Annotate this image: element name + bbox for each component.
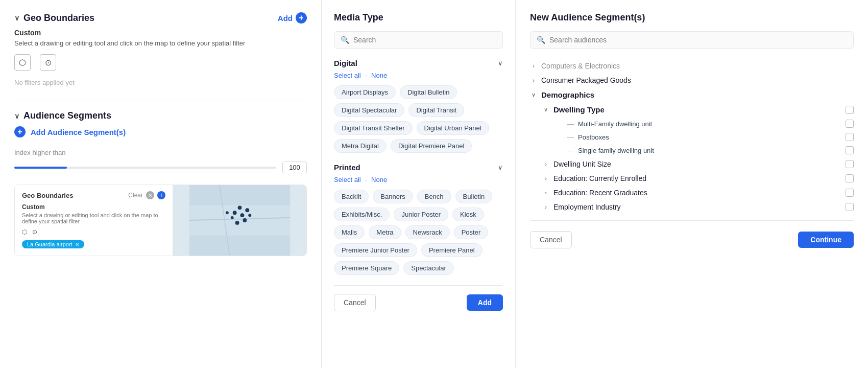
printed-tag[interactable]: Premiere Panel bbox=[421, 243, 483, 257]
media-add-button[interactable]: Add bbox=[467, 294, 503, 311]
tree-item-consumer[interactable]: › Consumer Packaged Goods bbox=[530, 73, 854, 87]
index-slider-row: 100 bbox=[14, 162, 307, 173]
add-audience-button[interactable]: + Add Audience Segment(s) bbox=[14, 126, 126, 137]
mini-add-icon[interactable]: + bbox=[157, 191, 165, 199]
svg-point-4 bbox=[233, 211, 237, 215]
svg-point-12 bbox=[248, 214, 251, 217]
single-family-checkbox[interactable] bbox=[846, 146, 854, 154]
dwelling-type-checkbox[interactable] bbox=[846, 106, 854, 114]
printed-tag[interactable]: Premiere Junior Poster bbox=[334, 243, 417, 257]
mini-map bbox=[173, 185, 306, 256]
mini-custom-label: Custom bbox=[22, 203, 165, 211]
printed-tag[interactable]: Malls bbox=[334, 225, 365, 239]
svg-point-10 bbox=[231, 216, 234, 219]
geo-add-button[interactable]: Add + bbox=[278, 12, 307, 24]
printed-tag[interactable]: Bench bbox=[417, 190, 451, 203]
digital-tag[interactable]: Metra Digital bbox=[334, 139, 387, 153]
audience-search-box[interactable]: 🔍 bbox=[530, 31, 854, 49]
media-search-box[interactable]: 🔍 bbox=[334, 31, 503, 49]
digital-tag[interactable]: Digital Spectacular bbox=[334, 103, 404, 117]
svg-point-7 bbox=[238, 206, 242, 210]
mini-card-header: Geo Boundaries Clear ✕ + bbox=[22, 191, 165, 199]
edu-enrolled-chevron-icon: › bbox=[542, 175, 549, 181]
tree-item-edu-graduates[interactable]: › Education: Recent Graduates bbox=[542, 186, 854, 200]
printed-select-all-link[interactable]: Select all bbox=[334, 176, 361, 183]
multi-family-checkbox[interactable] bbox=[846, 120, 854, 128]
no-filters-text: No filters applied yet bbox=[14, 79, 307, 86]
edu-enrolled-checkbox[interactable] bbox=[846, 174, 854, 182]
audience-cancel-button[interactable]: Cancel bbox=[530, 231, 572, 248]
mini-circle-icon: ⊙ bbox=[32, 228, 37, 236]
index-label: Index higher than bbox=[14, 149, 307, 156]
computers-chevron-icon: › bbox=[530, 63, 537, 69]
mini-custom-desc: Select a drawing or editing tool and cli… bbox=[22, 212, 165, 224]
single-family-label: Single family dwelling unit bbox=[578, 147, 654, 154]
sub-item-multi-family: — Multi-Family dwelling unit bbox=[542, 117, 854, 130]
multi-family-label: Multi-Family dwelling unit bbox=[578, 120, 652, 128]
tree-item-demographics[interactable]: ∨ Demographics bbox=[530, 87, 854, 102]
custom-label: Custom bbox=[14, 29, 307, 37]
dwelling-type-label: Dwelling Type bbox=[553, 105, 605, 114]
edu-graduates-checkbox[interactable] bbox=[846, 189, 854, 197]
tree-item-dwelling-type[interactable]: ∨ Dwelling Type bbox=[542, 102, 854, 117]
employment-checkbox[interactable] bbox=[846, 203, 854, 211]
mini-card-actions: Clear ✕ + bbox=[128, 191, 165, 199]
printed-separator: - bbox=[365, 176, 367, 183]
mini-x-icon[interactable]: ✕ bbox=[146, 191, 154, 199]
single-family-dash: — bbox=[567, 146, 574, 154]
geo-boundaries-content: Custom Select a drawing or editing tool … bbox=[14, 29, 307, 86]
printed-tag[interactable]: Exhibits/Misc. bbox=[334, 208, 390, 221]
tree-item-computers[interactable]: › Computers & Electronics bbox=[530, 59, 854, 73]
printed-tag[interactable]: Poster bbox=[454, 225, 489, 239]
demographics-label: Demographics bbox=[541, 90, 594, 99]
custom-desc: Select a drawing or editing tool and cli… bbox=[14, 39, 307, 48]
audience-chevron-icon: ∨ bbox=[14, 112, 19, 120]
digital-tag[interactable]: Digital Bulletin bbox=[400, 85, 457, 99]
tree-item-employment[interactable]: › Employment Industry bbox=[542, 200, 854, 214]
digital-tag[interactable]: Digital Urban Panel bbox=[417, 121, 489, 135]
printed-tags: BacklitBannersBenchBulletinExhibits/Misc… bbox=[334, 190, 503, 275]
digital-none-link[interactable]: None bbox=[371, 72, 387, 79]
printed-tag[interactable]: Metra bbox=[369, 225, 401, 239]
media-search-input[interactable] bbox=[353, 36, 496, 44]
dwelling-type-section: ∨ Dwelling Type — Multi-Family dwelling … bbox=[530, 102, 854, 214]
circle-tool-button[interactable]: ⊙ bbox=[40, 54, 56, 71]
digital-tag[interactable]: Digital Transit Shelter bbox=[334, 121, 413, 135]
tree-item-edu-enrolled[interactable]: › Education: Currently Enrolled bbox=[542, 171, 854, 186]
printed-tag[interactable]: Bulletin bbox=[455, 190, 493, 203]
postboxes-checkbox[interactable] bbox=[846, 133, 854, 141]
postboxes-label: Postboxes bbox=[578, 133, 609, 141]
digital-separator: - bbox=[365, 72, 367, 79]
svg-point-5 bbox=[240, 213, 244, 217]
audience-search-input[interactable] bbox=[549, 36, 847, 44]
printed-tag[interactable]: Spectacular bbox=[403, 261, 454, 275]
digital-tag[interactable]: Airport Displays bbox=[334, 85, 396, 99]
audience-panel-title: New Audience Segment(s) bbox=[530, 12, 854, 23]
printed-select-all-row: Select all - None bbox=[334, 176, 503, 183]
printed-tag[interactable]: Backlit bbox=[334, 190, 369, 203]
polygon-tool-button[interactable]: ⬡ bbox=[14, 54, 31, 71]
printed-tag[interactable]: Premiere Square bbox=[334, 261, 399, 275]
media-cancel-button[interactable]: Cancel bbox=[334, 294, 376, 311]
tree-item-dwelling-size[interactable]: › Dwelling Unit Size bbox=[542, 157, 854, 171]
digital-category-header: Digital ∨ bbox=[334, 59, 503, 67]
printed-none-link[interactable]: None bbox=[371, 176, 387, 183]
dwelling-size-checkbox[interactable] bbox=[846, 160, 854, 168]
continue-button[interactable]: Continue bbox=[798, 232, 854, 248]
dwelling-type-chevron-icon: ∨ bbox=[542, 106, 549, 113]
svg-point-6 bbox=[245, 209, 249, 213]
mini-clear-button[interactable]: Clear bbox=[128, 192, 143, 199]
printed-tag[interactable]: Kiosk bbox=[452, 208, 484, 221]
digital-select-all-link[interactable]: Select all bbox=[334, 72, 361, 79]
printed-tag[interactable]: Newsrack bbox=[405, 225, 450, 239]
employment-chevron-icon: › bbox=[542, 204, 549, 210]
printed-tag[interactable]: Banners bbox=[373, 190, 413, 203]
mini-tools: ⬡ ⊙ bbox=[22, 228, 165, 236]
digital-tag[interactable]: Digital Premiere Panel bbox=[391, 139, 472, 153]
printed-tag[interactable]: Junior Poster bbox=[394, 208, 448, 221]
digital-tag[interactable]: Digital Transit bbox=[408, 103, 464, 117]
location-tag[interactable]: La Guardia airport ✕ bbox=[22, 240, 84, 248]
middle-footer: Cancel Add bbox=[334, 285, 503, 311]
consumer-label: Consumer Packaged Goods bbox=[541, 76, 631, 84]
search-icon: 🔍 bbox=[341, 36, 349, 44]
